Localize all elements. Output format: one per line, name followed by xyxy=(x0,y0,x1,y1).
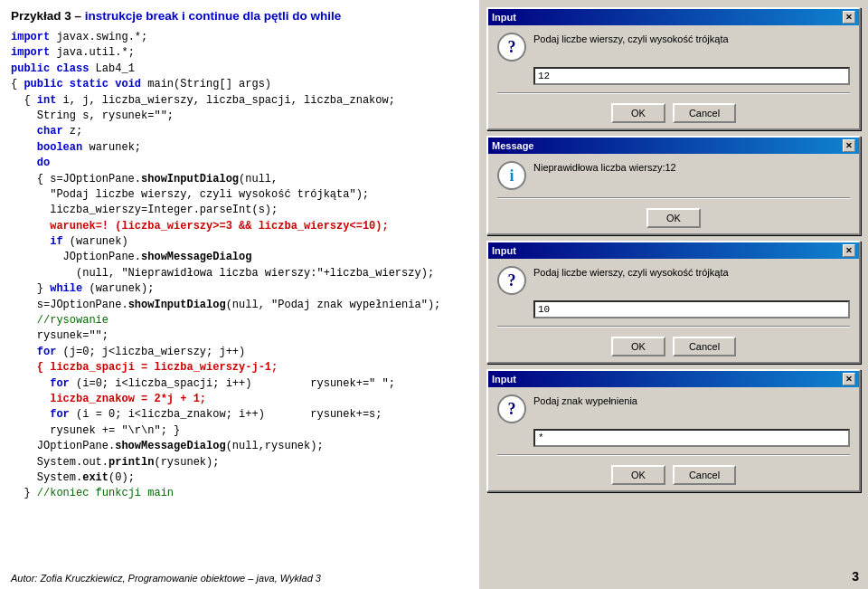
dialog-2-body: i Nieprawidłowa liczba wierszy:12 OK xyxy=(488,154,859,233)
dialog-1-title: Input xyxy=(492,12,516,23)
dialog-3-title: Input xyxy=(492,245,516,256)
dialog-3-content: ? Podaj liczbe wierszy, czyli wysokość t… xyxy=(497,266,850,295)
dialog-1-input[interactable] xyxy=(533,67,850,85)
dialog-1-titlebar: Input ✕ xyxy=(488,9,859,25)
dialog-4-titlebar: Input ✕ xyxy=(488,371,859,387)
dialog-2-titlebar: Message ✕ xyxy=(488,138,859,154)
dialog-input-3: Input ✕ ? Podaj znak wypełnienia OK Canc… xyxy=(486,369,861,492)
dialog-input-1: Input ✕ ? Podaj liczbe wierszy, czyli wy… xyxy=(486,7,861,130)
left-panel: Przykład 3 – instrukcje break i continue… xyxy=(0,0,479,589)
title-highlight: instrukcje break i continue dla pętli do… xyxy=(85,9,342,23)
dialog-4-close[interactable]: ✕ xyxy=(843,373,855,385)
dialog-1-body: ? Podaj liczbe wierszy, czyli wysokość t… xyxy=(488,25,859,128)
question-icon-3: ? xyxy=(497,394,526,423)
dialog-3-icon: ? xyxy=(497,266,526,295)
dialog-3-cancel-button[interactable]: Cancel xyxy=(673,337,736,356)
dialog-1-input-area xyxy=(533,67,850,85)
title-prefix: Przykład 3 – xyxy=(11,9,85,23)
code-block: import javax.swing.*; import java.util.*… xyxy=(11,30,468,502)
dialog-1-message: Podaj liczbe wierszy, czyli wysokość tró… xyxy=(533,33,850,46)
dialog-1-content: ? Podaj liczbe wierszy, czyli wysokość t… xyxy=(497,33,850,62)
slide-title: Przykład 3 – instrukcje break i continue… xyxy=(11,9,468,23)
dialog-3-titlebar: Input ✕ xyxy=(488,242,859,259)
page-number: 3 xyxy=(852,569,859,584)
dialog-2-content: i Nieprawidłowa liczba wierszy:12 xyxy=(497,161,850,190)
question-icon: ? xyxy=(497,33,526,62)
dialog-2-title: Message xyxy=(492,140,533,151)
dialog-2-icon: i xyxy=(497,161,526,190)
dialog-1-close[interactable]: ✕ xyxy=(843,11,855,24)
dialog-3-close[interactable]: ✕ xyxy=(843,244,855,257)
right-panel: Input ✕ ? Podaj liczbe wierszy, czyli wy… xyxy=(479,0,868,589)
dialog-1-icon: ? xyxy=(497,33,526,62)
dialog-2-buttons: OK xyxy=(497,208,850,228)
dialog-4-ok-button[interactable]: OK xyxy=(611,465,665,485)
dialog-1-ok-button[interactable]: OK xyxy=(611,103,665,123)
dialog-2-close[interactable]: ✕ xyxy=(843,139,855,152)
dialog-3-message: Podaj liczbe wierszy, czyli wysokość tró… xyxy=(533,266,850,280)
dialog-1-buttons: OK Cancel xyxy=(497,103,850,123)
dialog-4-message: Podaj znak wypełnienia xyxy=(533,394,850,408)
info-icon: i xyxy=(497,161,526,190)
dialog-3-input-area xyxy=(533,300,850,318)
dialog-message-1: Message ✕ i Nieprawidłowa liczba wierszy… xyxy=(486,136,861,235)
dialog-3-buttons: OK Cancel xyxy=(497,337,850,356)
dialog-3-ok-button[interactable]: OK xyxy=(611,337,665,356)
dialog-4-title: Input xyxy=(492,374,516,385)
dialog-3-input[interactable] xyxy=(533,300,850,318)
dialog-4-input[interactable] xyxy=(533,429,850,447)
dialog-4-input-area xyxy=(533,429,850,447)
dialog-4-buttons: OK Cancel xyxy=(497,465,850,485)
dialog-input-2: Input ✕ ? Podaj liczbe wierszy, czyli wy… xyxy=(486,241,861,364)
dialog-1-cancel-button[interactable]: Cancel xyxy=(673,103,736,123)
dialog-2-message: Nieprawidłowa liczba wierszy:12 xyxy=(533,161,850,175)
dialog-4-cancel-button[interactable]: Cancel xyxy=(673,465,736,485)
footer-text: Autor: Zofia Kruczkiewicz, Programowanie… xyxy=(11,573,321,584)
dialog-4-body: ? Podaj znak wypełnienia OK Cancel xyxy=(488,387,859,490)
question-icon-2: ? xyxy=(497,266,526,295)
dialog-4-icon: ? xyxy=(497,394,526,423)
dialog-2-ok-button[interactable]: OK xyxy=(646,208,701,228)
dialog-3-body: ? Podaj liczbe wierszy, czyli wysokość t… xyxy=(488,259,859,362)
dialog-4-content: ? Podaj znak wypełnienia xyxy=(497,394,850,423)
